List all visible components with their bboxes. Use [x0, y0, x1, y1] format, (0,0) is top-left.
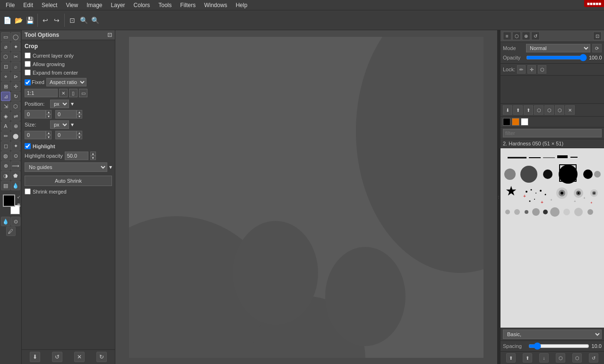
- pos-x-down[interactable]: ▼: [46, 114, 52, 119]
- size-w-up[interactable]: ▲: [46, 131, 52, 135]
- tool-options-maximize[interactable]: ⊡: [107, 32, 112, 38]
- pos-x-up[interactable]: ▲: [46, 110, 52, 114]
- lock-pixels-btn[interactable]: ✏: [517, 65, 526, 74]
- tool-ink[interactable]: ◍: [1, 151, 10, 161]
- tool-options-restore-btn[interactable]: ↻: [96, 352, 107, 362]
- expand-from-center-checkbox[interactable]: [25, 69, 31, 76]
- tool-foreground-select[interactable]: ⊡: [1, 62, 10, 71]
- size-w-down[interactable]: ▼: [46, 135, 52, 139]
- layer-new-btn[interactable]: ⬇: [503, 105, 512, 115]
- tool-scissors[interactable]: ✂: [11, 52, 20, 61]
- layer-duplicate-btn[interactable]: ⬡: [534, 105, 544, 115]
- pos-y-down[interactable]: ▼: [77, 114, 82, 119]
- ratio-input[interactable]: [25, 89, 58, 97]
- tool-align[interactable]: ⊞: [1, 82, 10, 91]
- tool-options-reset-btn[interactable]: ↺: [52, 352, 62, 362]
- rb-btn-1[interactable]: ⬆: [506, 353, 516, 363]
- tool-shear[interactable]: ⬡: [11, 102, 20, 111]
- undo-panel-icon[interactable]: ↺: [531, 32, 540, 40]
- pos-x-input[interactable]: [25, 110, 46, 119]
- brush-grid[interactable]: ★: [500, 148, 604, 328]
- panel-configure-icon[interactable]: ⊡: [593, 32, 602, 40]
- toolbar-zoom-fit[interactable]: ⊡: [67, 15, 78, 25]
- swatch-white[interactable]: [521, 118, 528, 126]
- tool-move[interactable]: ✛: [11, 82, 20, 91]
- tool-text[interactable]: A: [1, 121, 10, 131]
- size-h-down[interactable]: ▼: [77, 135, 82, 139]
- tool-options-save-btn[interactable]: ⬇: [30, 352, 40, 362]
- size-w-input[interactable]: [25, 131, 46, 139]
- ratio-clear-btn[interactable]: ✕: [59, 89, 68, 97]
- size-h-input[interactable]: [55, 131, 77, 139]
- mode-select[interactable]: Normal: [526, 44, 590, 52]
- tool-path[interactable]: ⊕: [11, 121, 20, 131]
- brush-category-select[interactable]: Basic,: [503, 330, 602, 339]
- opacity-slider[interactable]: [526, 54, 587, 61]
- size-unit-select[interactable]: px: [50, 120, 69, 129]
- size-h-up[interactable]: ▲: [77, 131, 82, 135]
- tool-pencil[interactable]: ✏: [1, 131, 10, 141]
- highlight-opacity-up[interactable]: ▲: [90, 152, 96, 156]
- aspect-ratio-select[interactable]: Aspect ratio: [46, 78, 86, 86]
- mode-extra-btn[interactable]: ⟳: [592, 44, 602, 52]
- menu-help[interactable]: Help: [232, 1, 251, 9]
- swap-colors-icon[interactable]: ⇅: [17, 203, 21, 208]
- tool-zoom[interactable]: ⌕: [11, 62, 20, 71]
- ratio-portrait-btn[interactable]: ▯: [69, 89, 78, 97]
- highlight-opacity-input[interactable]: [65, 152, 88, 160]
- layers-panel-icon[interactable]: ≡: [503, 32, 511, 40]
- reset-colors-icon[interactable]: ↙: [17, 195, 21, 199]
- menu-view[interactable]: View: [62, 1, 82, 9]
- toolbar-new[interactable]: 📄: [2, 15, 12, 25]
- tool-measure[interactable]: ⌖: [1, 72, 10, 81]
- menu-tools[interactable]: Tools: [155, 1, 175, 9]
- rb-btn-5[interactable]: ⬡: [572, 353, 582, 363]
- tool-rotate[interactable]: ↻: [11, 92, 20, 101]
- layer-raise-btn[interactable]: ⬆: [513, 105, 523, 115]
- layer-lower-btn[interactable]: ⬆: [524, 105, 533, 115]
- tool-scale[interactable]: ⇲: [1, 102, 10, 111]
- layer-anchor-btn[interactable]: ⬡: [555, 105, 564, 115]
- toolbar-open[interactable]: 📂: [13, 15, 24, 25]
- channels-panel-icon[interactable]: ⬡: [512, 32, 521, 40]
- current-layer-only-checkbox[interactable]: [25, 52, 31, 59]
- highlight-checkbox[interactable]: [25, 143, 31, 149]
- rb-btn-2[interactable]: ⬆: [523, 353, 532, 363]
- layer-delete-btn[interactable]: ✕: [565, 105, 575, 115]
- menu-layer[interactable]: Layer: [107, 1, 129, 9]
- tool-smudge[interactable]: ⟿: [11, 161, 20, 170]
- toolbar-save[interactable]: 💾: [25, 15, 35, 25]
- lock-alpha-btn[interactable]: ⬡: [538, 65, 546, 74]
- fixed-checkbox[interactable]: [25, 79, 31, 85]
- auto-shrink-button[interactable]: Auto Shrink: [25, 176, 112, 186]
- menu-image[interactable]: Image: [83, 1, 106, 9]
- spacing-slider[interactable]: [528, 342, 589, 350]
- pos-y-up[interactable]: ▲: [77, 110, 82, 114]
- tool-bucket[interactable]: ⬟: [11, 171, 20, 180]
- tool-options-delete-btn[interactable]: ✕: [74, 352, 85, 362]
- rb-btn-6[interactable]: ↺: [589, 353, 598, 363]
- tool-crop[interactable]: ⊿: [1, 92, 10, 101]
- tool-clone[interactable]: ⊙: [11, 151, 20, 161]
- tool-rect-select[interactable]: ▭: [1, 32, 10, 42]
- tool-color-picker[interactable]: ⊳: [11, 72, 20, 81]
- menu-colors[interactable]: Colors: [130, 1, 154, 9]
- menu-filters[interactable]: Filters: [176, 1, 199, 9]
- brush-filter-input[interactable]: [503, 129, 602, 137]
- tool-colorpick2[interactable]: 💧: [11, 181, 20, 190]
- toolbar-undo[interactable]: ↩: [40, 15, 51, 25]
- toolbar-redo[interactable]: ↪: [52, 15, 62, 25]
- tool-heal[interactable]: ⊕: [1, 161, 10, 170]
- canvas-area[interactable]: [115, 30, 497, 364]
- swatch-black[interactable]: [503, 118, 510, 126]
- tool-flip[interactable]: ⇌: [11, 111, 20, 121]
- lock-position-btn[interactable]: ✛: [527, 65, 536, 74]
- rb-btn-4[interactable]: ⬡: [556, 353, 565, 363]
- layer-list-area[interactable]: [500, 76, 604, 104]
- rb-btn-3[interactable]: ↓: [539, 353, 549, 363]
- ratio-landscape-btn[interactable]: ▭: [79, 89, 87, 97]
- toolbar-zoom-in[interactable]: 🔍: [78, 15, 89, 25]
- allow-growing-checkbox[interactable]: [25, 61, 31, 67]
- swatch-orange[interactable]: [512, 118, 519, 126]
- tool-select-by-color[interactable]: ⬡: [1, 52, 10, 61]
